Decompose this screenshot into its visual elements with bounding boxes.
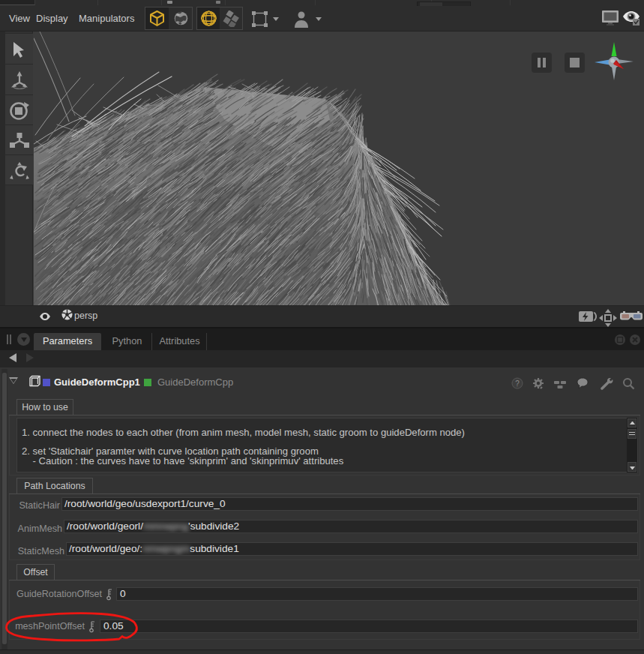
svg-text:?: ? [515, 380, 520, 388]
